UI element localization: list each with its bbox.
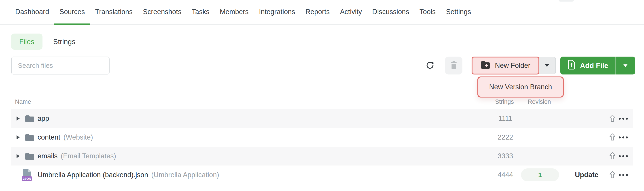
nav-item-sources[interactable]: Sources <box>60 0 85 24</box>
nav-item-reports[interactable]: Reports <box>306 0 330 24</box>
upload-arrow-icon <box>609 133 616 142</box>
more-actions-button[interactable] <box>619 154 628 159</box>
folder-icon <box>25 134 34 142</box>
tab-strings[interactable]: Strings <box>53 38 76 46</box>
nav-item-dashboard[interactable]: Dashboard <box>15 0 49 24</box>
ellipsis-icon <box>619 118 621 120</box>
add-file-split-button: Add File <box>560 56 635 74</box>
menu-item-new-version-branch[interactable]: New Version Branch <box>478 76 564 98</box>
nav-item-screenshots[interactable]: Screenshots <box>143 0 181 24</box>
more-actions-button[interactable] <box>619 172 628 178</box>
expand-caret-icon[interactable] <box>16 135 20 139</box>
upload-button[interactable] <box>609 152 616 160</box>
nav-item-discussions[interactable]: Discussions <box>372 0 409 24</box>
file-name[interactable]: app <box>38 114 49 122</box>
nav-item-members[interactable]: Members <box>220 0 249 24</box>
more-actions-button[interactable] <box>619 135 628 140</box>
column-header-revision: Revision <box>520 98 558 105</box>
cutoff-element-top <box>558 0 574 2</box>
file-name[interactable]: Umbrella Application (backend).json <box>38 171 148 179</box>
upload-arrow-icon <box>609 152 616 160</box>
new-folder-dropdown-button[interactable] <box>538 57 556 74</box>
files-table: app 1111 content (Website) 2222 <box>11 109 633 184</box>
file-upload-icon <box>568 60 576 71</box>
toolbar: New Folder Add File <box>425 56 635 74</box>
table-row-folder-emails[interactable]: emails (Email Templates) 3333 <box>11 147 633 166</box>
trash-icon <box>450 61 457 70</box>
upload-arrow-icon <box>609 171 616 179</box>
tab-files[interactable]: Files <box>11 34 42 50</box>
strings-count: 1111 <box>483 109 528 128</box>
chevron-down-icon <box>624 64 628 67</box>
column-header-name: Name <box>15 98 31 105</box>
upload-button[interactable] <box>609 114 616 122</box>
upload-button[interactable] <box>609 171 616 179</box>
file-note: (Umbrella Application) <box>152 171 219 179</box>
file-note: (Email Templates) <box>61 152 116 160</box>
add-file-button[interactable]: Add File <box>560 56 616 74</box>
add-file-label: Add File <box>580 62 608 70</box>
ellipsis-icon <box>619 136 621 138</box>
nav-item-activity[interactable]: Activity <box>340 0 362 24</box>
table-row-folder-content[interactable]: content (Website) 2222 <box>11 128 633 147</box>
revision-badge[interactable]: 1 <box>521 168 559 182</box>
nav-item-settings[interactable]: Settings <box>446 0 471 24</box>
file-note: (Website) <box>64 133 93 141</box>
nav-item-tasks[interactable]: Tasks <box>192 0 209 24</box>
json-file-icon: JSON <box>22 169 33 182</box>
expand-caret-icon[interactable] <box>16 116 20 120</box>
ellipsis-icon <box>622 136 624 138</box>
view-tabs: Files Strings <box>11 34 75 50</box>
search-input[interactable] <box>11 56 110 74</box>
strings-count: 2222 <box>483 128 528 147</box>
upload-button[interactable] <box>609 133 616 141</box>
folder-icon <box>25 152 34 161</box>
files-table-header: Name Strings Revision <box>11 96 633 109</box>
ellipsis-icon <box>622 118 624 120</box>
refresh-button[interactable] <box>425 60 435 71</box>
add-file-dropdown-button[interactable] <box>616 56 635 74</box>
new-folder-button[interactable]: New Folder <box>472 56 539 74</box>
column-header-strings: Strings <box>482 98 527 105</box>
file-name[interactable]: content <box>38 133 60 141</box>
table-row-folder-app[interactable]: app 1111 <box>11 109 633 128</box>
ellipsis-icon <box>619 174 621 176</box>
delete-button[interactable] <box>445 56 462 74</box>
more-actions-button[interactable] <box>619 116 628 121</box>
expand-caret-icon[interactable] <box>16 154 20 158</box>
folder-icon <box>25 115 34 124</box>
ellipsis-icon <box>626 136 628 138</box>
table-row-file-umbrella-json[interactable]: JSON Umbrella Application (backend).json… <box>11 166 633 184</box>
refresh-icon <box>426 61 434 70</box>
new-folder-label: New Folder <box>495 62 530 70</box>
nav-item-integrations[interactable]: Integrations <box>259 0 295 24</box>
ellipsis-icon <box>622 174 624 176</box>
svg-text:JSON: JSON <box>22 177 31 180</box>
ellipsis-icon <box>626 118 628 120</box>
nav-item-tools[interactable]: Tools <box>420 0 436 24</box>
controls-row: New Folder Add File <box>11 56 635 74</box>
folder-plus-icon <box>480 60 490 70</box>
upload-arrow-icon <box>609 114 616 123</box>
ellipsis-icon <box>622 155 624 157</box>
chevron-down-icon <box>545 64 549 67</box>
strings-count: 3333 <box>483 147 528 166</box>
project-nav: Dashboard Sources Translations Screensho… <box>0 0 644 24</box>
ellipsis-icon <box>626 155 628 157</box>
file-name[interactable]: emails <box>38 152 58 160</box>
nav-item-translations[interactable]: Translations <box>95 0 132 24</box>
ellipsis-icon <box>619 155 621 157</box>
ellipsis-icon <box>626 174 628 176</box>
update-button[interactable]: Update <box>575 166 598 184</box>
